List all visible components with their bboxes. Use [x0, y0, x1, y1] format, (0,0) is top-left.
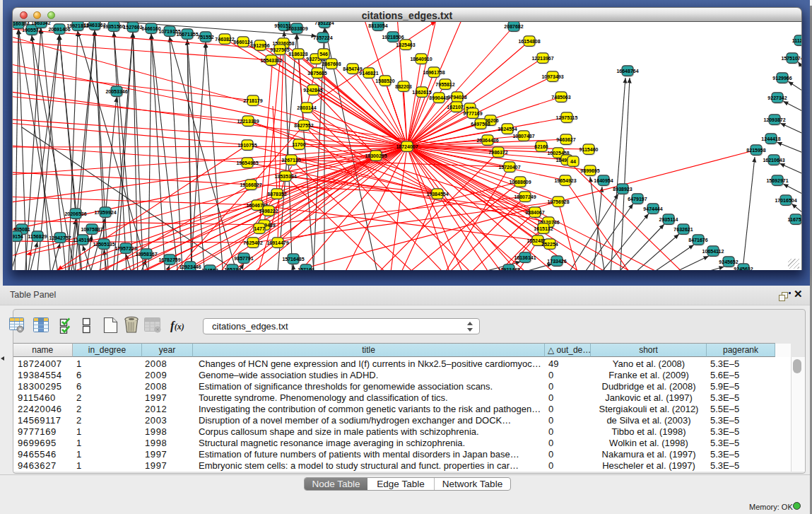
svg-text:16782759: 16782759 [158, 257, 180, 262]
svg-text:7485063: 7485063 [551, 95, 570, 100]
svg-text:9245632: 9245632 [734, 267, 753, 270]
svg-text:20053346: 20053346 [105, 89, 127, 94]
svg-text:111243: 111243 [792, 38, 802, 43]
svg-text:1145194: 1145194 [73, 238, 93, 243]
svg-text:9115460: 9115460 [579, 147, 599, 152]
svg-text:20364436: 20364436 [476, 138, 498, 143]
svg-text:8186328: 8186328 [288, 52, 307, 57]
svg-text:2867608: 2867608 [322, 62, 341, 66]
svg-text:16543382: 16543382 [260, 58, 282, 63]
svg-text:1621072: 1621072 [447, 105, 466, 110]
svg-text:6497508: 6497508 [471, 122, 490, 127]
svg-text:39154: 39154 [13, 234, 23, 239]
svg-text:7955812: 7955812 [435, 82, 454, 87]
svg-text:16648764: 16648764 [616, 69, 638, 74]
svg-text:1733426: 1733426 [547, 259, 566, 264]
svg-text:9474444: 9474444 [643, 206, 662, 211]
svg-text:19218506: 19218506 [382, 35, 404, 40]
svg-text:7351224: 7351224 [314, 22, 334, 25]
svg-text:16136141: 16136141 [514, 255, 536, 260]
svg-text:1477: 1477 [254, 226, 265, 231]
svg-text:12213389: 12213389 [237, 119, 259, 124]
svg-text:9857791: 9857791 [234, 256, 253, 261]
svg-text:8471676: 8471676 [688, 238, 707, 243]
svg-text:7463822: 7463822 [215, 37, 234, 42]
svg-text:19654923: 19654923 [554, 178, 576, 183]
svg-text:124563: 124563 [201, 268, 218, 270]
svg-text:1640954: 1640954 [594, 178, 613, 183]
svg-text:16961758: 16961758 [423, 70, 445, 75]
svg-text:19166827: 19166827 [240, 182, 261, 187]
svg-text:2087682: 2087682 [504, 24, 523, 29]
svg-text:7357224: 7357224 [313, 35, 332, 40]
svg-text:15716485: 15716485 [282, 257, 304, 262]
svg-text:17957223: 17957223 [114, 246, 136, 251]
svg-text:16154808: 16154808 [518, 39, 540, 44]
svg-text:9242845: 9242845 [303, 88, 322, 93]
svg-text:18640910: 18640910 [410, 57, 432, 62]
svg-text:8990448: 8990448 [429, 95, 448, 100]
svg-text:9245652: 9245652 [719, 259, 738, 264]
svg-text:9129966: 9129966 [772, 76, 792, 81]
svg-text:19756928: 19756928 [547, 199, 569, 204]
svg-text:9227342: 9227342 [767, 95, 787, 100]
svg-text:1244418: 1244418 [761, 136, 780, 141]
svg-text:15692971: 15692971 [766, 178, 788, 183]
svg-text:9463627: 9463627 [556, 137, 575, 142]
svg-text:16914479: 16914479 [266, 240, 288, 245]
svg-text:15720407: 15720407 [498, 165, 520, 170]
svg-text:9884067: 9884067 [525, 210, 544, 215]
svg-text:165234: 165234 [224, 267, 240, 270]
svg-text:20206536: 20206536 [64, 211, 86, 216]
svg-text:9794028: 9794028 [447, 95, 466, 100]
svg-text:10688609: 10688609 [509, 180, 531, 185]
svg-text:8427552: 8427552 [294, 123, 313, 128]
svg-text:18724007: 18724007 [396, 144, 418, 149]
svg-text:12923448: 12923448 [498, 267, 519, 270]
svg-text:18807249: 18807249 [514, 194, 536, 199]
svg-text:9777169: 9777169 [463, 111, 482, 116]
svg-text:12975115: 12975115 [556, 115, 578, 120]
svg-text:62160: 62160 [534, 144, 548, 149]
svg-text:8938923: 8938923 [613, 187, 632, 192]
svg-text:7625402: 7625402 [243, 240, 262, 245]
svg-text:8878352: 8878352 [267, 192, 286, 197]
svg-text:11700: 11700 [292, 142, 305, 147]
svg-text:16033809: 16033809 [286, 26, 307, 31]
svg-text:10807487: 10807487 [512, 134, 534, 139]
svg-text:10975887: 10975887 [81, 227, 102, 232]
svg-text:8215958: 8215958 [746, 148, 765, 153]
svg-text:6479197: 6479197 [628, 197, 647, 201]
svg-text:116753: 116753 [788, 217, 802, 222]
svg-text:44: 44 [570, 159, 576, 164]
svg-text:13958167: 13958167 [135, 252, 157, 257]
svg-text:3267130: 3267130 [281, 158, 300, 163]
svg-text:1615132: 1615132 [534, 226, 553, 231]
svg-text:8912956: 8912956 [250, 43, 269, 48]
svg-text:7632621: 7632621 [673, 227, 693, 232]
svg-text:8813054: 8813054 [368, 23, 387, 28]
svg-text:3875685: 3875685 [307, 71, 326, 76]
svg-text:13535394: 13535394 [274, 174, 296, 179]
svg-text:16671355: 16671355 [176, 32, 198, 37]
svg-text:17359924: 17359924 [94, 210, 116, 215]
svg-text:7986372: 7986372 [488, 150, 507, 155]
svg-text:252254: 252254 [541, 242, 558, 247]
svg-text:19351560: 19351560 [102, 24, 124, 29]
svg-text:12213967: 12213967 [531, 56, 553, 61]
svg-text:12093872: 12093872 [763, 117, 785, 122]
svg-text:17016504: 17016504 [775, 198, 796, 203]
svg-text:9899695: 9899695 [580, 168, 599, 173]
svg-text:10654112: 10654112 [702, 249, 724, 254]
svg-text:1010755: 1010755 [237, 143, 257, 148]
svg-text:546: 546 [319, 52, 328, 57]
svg-text:2718179: 2718179 [243, 98, 262, 103]
svg-text:3824554: 3824554 [498, 127, 517, 132]
svg-text:1362615: 1362615 [412, 90, 431, 95]
svg-text:1588520: 1588520 [375, 78, 394, 83]
svg-text:9327505: 9327505 [270, 47, 289, 52]
svg-text:882203: 882203 [395, 84, 411, 89]
svg-text:1527602: 1527602 [123, 25, 142, 30]
svg-text:1663342: 1663342 [31, 22, 50, 25]
svg-text:12923446: 12923446 [179, 264, 201, 269]
